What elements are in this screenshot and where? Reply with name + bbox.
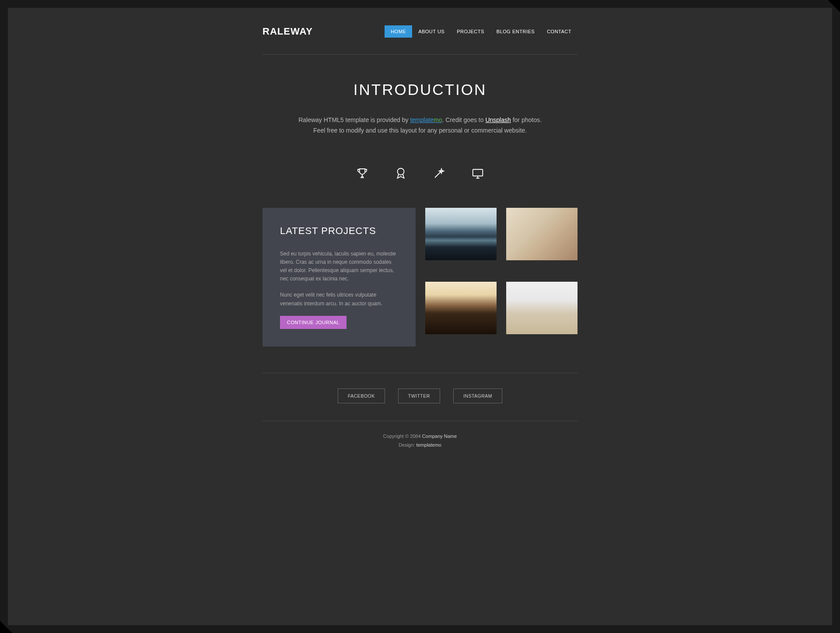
- nav-contact[interactable]: CONTACT: [541, 25, 578, 38]
- projects-text-1: Sed eu turpis vehicula, iaculis sapien e…: [280, 250, 398, 283]
- intro-text-part: . Credit goes to: [442, 116, 486, 123]
- intro-text-part: Raleway HTML5 template is provided by: [298, 116, 410, 123]
- intro-heading: INTRODUCTION: [262, 81, 578, 98]
- project-thumb-holding-map[interactable]: [506, 208, 578, 260]
- continue-journal-button[interactable]: CONTINUE JOURNAL: [280, 316, 346, 329]
- projects-heading: LATEST PROJECTS: [280, 225, 398, 237]
- trophy-icon[interactable]: [356, 167, 369, 182]
- facebook-link[interactable]: FACEBOOK: [338, 388, 385, 403]
- copyright-text: Copyright © 2084: [383, 434, 422, 439]
- svg-rect-1: [473, 169, 483, 176]
- design-link[interactable]: templatemo: [416, 442, 441, 448]
- company-link[interactable]: Company Name: [422, 434, 457, 439]
- project-thumb-mountain-lake[interactable]: [425, 208, 497, 260]
- unsplash-link[interactable]: Unsplash: [485, 116, 511, 123]
- award-icon[interactable]: [394, 167, 407, 182]
- feature-icons-row: [262, 158, 578, 208]
- intro-section: INTRODUCTION Raleway HTML5 template is p…: [262, 55, 578, 158]
- logo[interactable]: RALEWAY: [262, 26, 313, 37]
- nav-projects[interactable]: PROJECTS: [451, 25, 490, 38]
- project-thumb-desk-laptop[interactable]: [506, 282, 578, 334]
- copyright: Copyright © 2084 Company Name Design: te…: [262, 432, 578, 450]
- nav-blog-entries[interactable]: BLOG ENTRIES: [490, 25, 541, 38]
- project-thumb-ocean-cliff[interactable]: [425, 282, 497, 334]
- projects-section: LATEST PROJECTS Sed eu turpis vehicula, …: [262, 208, 578, 373]
- nav-menu: HOME ABOUT US PROJECTS BLOG ENTRIES CONT…: [385, 25, 578, 38]
- intro-text: Raleway HTML5 template is provided by te…: [293, 115, 547, 136]
- nav-home[interactable]: HOME: [385, 25, 412, 38]
- templatemo-link[interactable]: templatemo: [410, 116, 442, 123]
- footer-divider-2: [262, 421, 578, 421]
- projects-card: LATEST PROJECTS Sed eu turpis vehicula, …: [262, 208, 416, 346]
- instagram-link[interactable]: INSTAGRAM: [453, 388, 502, 403]
- projects-grid: [425, 208, 578, 346]
- header: RALEWAY HOME ABOUT US PROJECTS BLOG ENTR…: [262, 25, 578, 55]
- svg-point-0: [398, 168, 404, 175]
- footer-divider: [262, 373, 578, 373]
- nav-about-us[interactable]: ABOUT US: [412, 25, 451, 38]
- twitter-link[interactable]: TWITTER: [398, 388, 440, 403]
- projects-text-2: Nunc eget velit nec felis ultrices vulpu…: [280, 291, 398, 308]
- social-links: FACEBOOK TWITTER INSTAGRAM: [262, 388, 578, 403]
- design-text: Design:: [399, 442, 416, 448]
- wand-icon[interactable]: [433, 167, 446, 182]
- monitor-icon[interactable]: [471, 167, 484, 182]
